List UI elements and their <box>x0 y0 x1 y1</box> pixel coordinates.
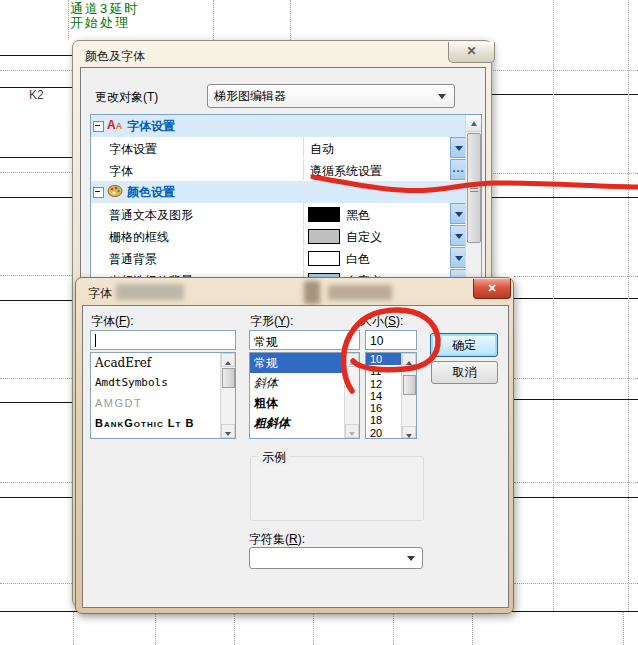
list-item-selected[interactable]: 常规 <box>250 353 359 373</box>
redacted-blur <box>304 281 320 304</box>
target-object-combobox[interactable]: 梯形图编辑器 <box>207 84 455 108</box>
ladder-rung-line <box>0 197 72 198</box>
ladder-grid-line <box>73 612 74 645</box>
redacted-blur <box>328 285 392 300</box>
font-name-input[interactable] <box>90 330 236 350</box>
chevron-down-icon <box>455 212 463 217</box>
text-caret <box>95 334 96 347</box>
section-row-color-settings[interactable]: 颜色设置 <box>91 181 466 204</box>
row-grid-frame-line[interactable]: 栅格的框线 自定义 <box>91 225 466 248</box>
row-value-cell[interactable]: 自动 <box>303 137 450 158</box>
list-item[interactable]: AcadEref <box>91 353 235 373</box>
combobox-value: 梯形图编辑器 <box>214 88 286 105</box>
ladder-rung-line <box>0 157 72 158</box>
ladder-rung-line <box>490 197 638 198</box>
sample-label: 示例 <box>259 449 289 466</box>
ladder-grid-line <box>0 583 72 584</box>
row-value-cell[interactable]: 白色 <box>303 247 450 268</box>
font-name-list[interactable]: AcadEref AmdtSymbols AMGDT BankGothic Lt… <box>90 352 236 439</box>
chevron-down-icon <box>455 256 463 261</box>
row-font-setting[interactable]: 字体设置 自动 <box>91 137 466 160</box>
scroll-up-button[interactable] <box>402 353 416 365</box>
scroll-down-button[interactable] <box>402 426 416 438</box>
size-list-scrollbar[interactable] <box>401 353 416 438</box>
charset-combobox[interactable] <box>249 547 423 569</box>
font-dialog: 字体 ✕ 字体(F): 字形(Y): 大小(S): 常规 10 AcadEref <box>75 277 514 614</box>
row-value-cell[interactable]: 自定义 <box>303 225 450 246</box>
redacted-blur <box>116 284 184 300</box>
chevron-down-icon <box>455 146 463 151</box>
ladder-grid-line <box>553 0 554 611</box>
arrow-up-icon <box>225 361 231 365</box>
ladder-grid-line <box>628 0 629 611</box>
ladder-grid-line <box>0 378 72 379</box>
scroll-down-button[interactable] <box>221 424 235 438</box>
ladder-grid-line <box>155 612 156 645</box>
row-label: 字体 <box>109 163 133 180</box>
ok-button[interactable]: 确定 <box>430 333 498 357</box>
row-normal-text[interactable]: 普通文本及图形 黑色 <box>91 203 466 226</box>
close-icon[interactable]: ✕ <box>448 42 495 63</box>
collapse-toggle[interactable] <box>93 121 104 132</box>
section-row-font-settings[interactable]: AA 字体设置 <box>91 115 466 138</box>
font-size-list[interactable]: 10 11 12 14 16 18 20 <box>365 352 417 439</box>
list-item[interactable]: AMGDT <box>91 393 235 413</box>
ladder-operand-k2: K2 <box>29 88 44 102</box>
scroll-up-button[interactable] <box>466 115 481 132</box>
scrollbar-thumb[interactable] <box>467 133 481 243</box>
ladder-grid-line <box>313 612 314 645</box>
scroll-up-button-disabled <box>345 353 359 367</box>
ladder-grid-line <box>213 0 214 40</box>
scroll-up-button[interactable] <box>221 353 235 367</box>
row-value-cell[interactable]: 遵循系统设置 <box>303 159 450 180</box>
font-name-label: 字体(F): <box>91 313 134 330</box>
ladder-grid-line <box>514 378 638 379</box>
font-list-scrollbar[interactable] <box>220 353 235 438</box>
font-settings-icon: AA <box>107 118 124 133</box>
list-item[interactable]: 粗斜体 <box>250 413 359 433</box>
list-item[interactable]: AmdtSymbols <box>91 373 235 393</box>
ladder-grid-line <box>623 612 624 645</box>
scrollbar-thumb[interactable] <box>222 368 235 388</box>
row-value-cell[interactable]: 黑色 <box>303 203 450 224</box>
arrow-down-icon <box>349 432 355 436</box>
arrow-up-icon <box>471 121 477 126</box>
row-value: 遵循系统设置 <box>310 163 382 180</box>
collapse-toggle[interactable] <box>93 187 104 198</box>
font-style-list[interactable]: 常规 斜体 粗体 粗斜体 <box>249 352 360 439</box>
list-item[interactable]: 粗体 <box>250 393 359 413</box>
cancel-button[interactable]: 取消 <box>431 361 498 384</box>
chevron-down-icon <box>407 556 415 561</box>
font-style-label: 字形(Y): <box>250 313 293 330</box>
ladder-grid-line <box>290 0 291 40</box>
ladder-grid-line <box>514 482 638 483</box>
style-list-scrollbar[interactable] <box>344 353 359 438</box>
font-size-input[interactable]: 10 <box>365 330 417 350</box>
color-swatch <box>308 251 340 266</box>
row-normal-background[interactable]: 普通背景 白色 <box>91 247 466 270</box>
sample-groupbox: 示例 <box>250 456 424 521</box>
section-label: 字体设置 <box>127 118 175 135</box>
font-style-input[interactable]: 常规 <box>249 330 360 350</box>
ellipsis-icon: ... <box>452 162 464 174</box>
input-value: 常规 <box>254 334 278 351</box>
row-label: 栅格的框线 <box>109 229 169 246</box>
scrollbar-thumb[interactable] <box>403 375 416 395</box>
row-value: 黑色 <box>346 207 370 224</box>
color-swatch <box>308 229 340 244</box>
list-item[interactable]: 斜体 <box>250 373 359 393</box>
ladder-grid-line <box>234 612 235 645</box>
ladder-rung-line <box>514 399 638 400</box>
row-font[interactable]: 字体 遵循系统设置 ... <box>91 159 466 182</box>
ladder-grid-line <box>490 70 638 71</box>
palette-icon <box>107 184 124 199</box>
ladder-rung-line <box>514 497 638 498</box>
scroll-down-button-disabled <box>345 424 359 438</box>
arrow-down-icon <box>225 432 231 436</box>
row-label: 普通文本及图形 <box>109 207 193 224</box>
comment-line-1: 通道3延时 <box>70 2 139 16</box>
ladder-comment-cell: 通道3延时 开始处理 <box>70 2 139 30</box>
ladder-rung-line <box>0 55 72 56</box>
list-item[interactable]: BankGothic Lt B <box>91 413 235 433</box>
close-icon[interactable]: ✕ <box>473 279 511 299</box>
